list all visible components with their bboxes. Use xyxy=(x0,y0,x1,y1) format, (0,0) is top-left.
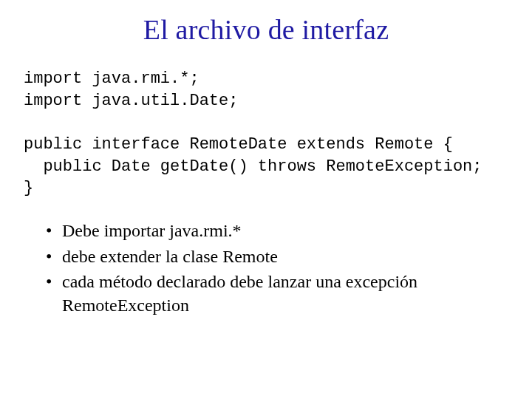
list-item: Debe importar java.rmi.* xyxy=(46,219,508,242)
list-item: debe extender la clase Remote xyxy=(46,245,508,268)
code-line: import java.rmi.*; xyxy=(24,69,200,88)
code-line: } xyxy=(24,179,33,197)
bullet-list: Debe importar java.rmi.* debe extender l… xyxy=(24,219,508,318)
slide: El archivo de interfaz import java.rmi.*… xyxy=(0,0,532,399)
code-line: public Date getDate() throws RemoteExcep… xyxy=(24,157,482,176)
slide-title: El archivo de interfaz xyxy=(24,13,508,46)
code-line: import java.util.Date; xyxy=(24,92,238,110)
code-block: import java.rmi.*; import java.util.Date… xyxy=(24,68,508,200)
list-item: cada método declarado debe lanzar una ex… xyxy=(46,270,508,318)
code-line: public interface RemoteDate extends Remo… xyxy=(24,135,453,154)
